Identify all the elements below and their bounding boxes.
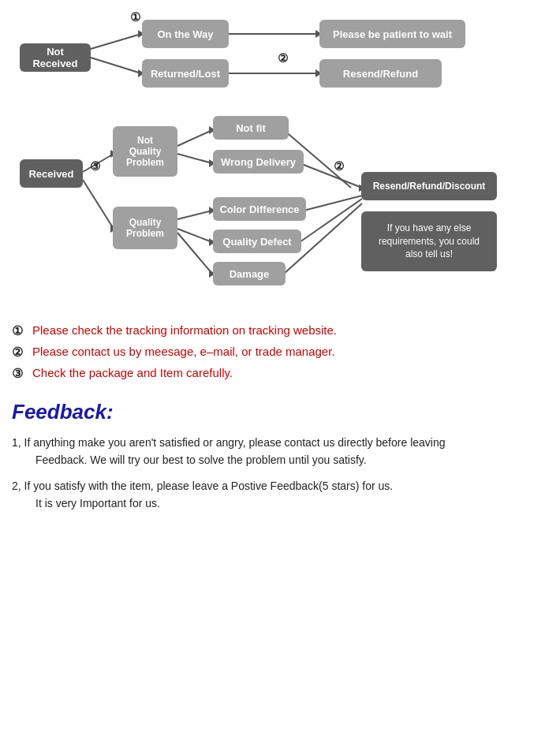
box-received: Received <box>20 159 83 188</box>
feedback-item-2-main: 2, If you satisfy with the item, please … <box>12 477 548 495</box>
instruction-num-2: ② <box>12 345 29 360</box>
box-returned-lost: Returned/Lost <box>142 59 229 88</box>
box-damage: Damage <box>213 262 286 286</box>
box-not-received: Not Received <box>20 43 91 72</box>
instruction-1: ① Please check the tracking information … <box>12 323 548 338</box>
svg-line-18 <box>177 229 212 242</box>
feedback-title: Feedback: <box>12 400 548 424</box>
box-quality-problem: Quality Problem <box>113 207 177 249</box>
box-on-the-way: On the Way <box>142 20 229 48</box>
label-num3: ③ <box>90 159 100 174</box>
box-wrong-delivery: Wrong Delivery <box>213 150 304 174</box>
feedback-item-1-indent: Feedback. We will try our best to solve … <box>35 451 548 468</box>
feedback-item-2-indent: It is very Important for us. <box>35 495 548 512</box>
svg-line-0 <box>91 34 141 49</box>
instruction-3: ③ Check the package and Item carefully. <box>12 366 548 381</box>
box-if-you-have: If you have any else requirements, you c… <box>361 211 497 271</box>
feedback-section: Feedback: 1, If anything make you aren't… <box>12 400 548 513</box>
label-num2-top: ② <box>278 51 288 65</box>
instruction-2: ② Please contact us by meesage, e–mail, … <box>12 345 548 360</box>
svg-line-25 <box>300 199 362 242</box>
box-patient-wait: Please be patient to wait <box>319 20 465 48</box>
instruction-text-1: Please check the tracking information on… <box>32 323 337 337</box>
box-color-difference: Color Difference <box>213 197 306 221</box>
label-num1: ① <box>130 10 140 24</box>
instruction-num-3: ③ <box>12 366 29 381</box>
svg-line-24 <box>304 196 362 211</box>
feedback-item-1-main: 1, If anything make you aren't satisfied… <box>12 434 548 451</box>
instruction-text-2: Please contact us by meesage, e–mail, or… <box>32 345 335 358</box>
instructions-section: ① Please check the tracking information … <box>12 323 548 381</box>
svg-line-16 <box>177 211 212 219</box>
box-resend-refund-discount: Resend/Refund/Discount <box>361 172 497 200</box>
svg-line-14 <box>177 154 212 163</box>
box-not-fit: Not fit <box>213 116 289 140</box>
box-not-quality: Not Quality Problem <box>113 126 177 177</box>
flowchart: Not Received On the Way Returned/Lost Pl… <box>12 8 548 315</box>
svg-line-23 <box>300 163 362 188</box>
svg-line-2 <box>91 58 141 73</box>
instruction-text-3: Check the package and Item carefully. <box>32 366 233 379</box>
svg-line-12 <box>177 130 212 146</box>
svg-line-10 <box>83 180 114 229</box>
feedback-item-2: 2, If you satisfy with the item, please … <box>12 477 548 513</box>
box-resend-refund-1: Resend/Refund <box>319 59 442 88</box>
instruction-num-1: ① <box>12 323 29 338</box>
box-quality-defect: Quality Defect <box>213 230 301 253</box>
feedback-item-1: 1, If anything make you aren't satisfied… <box>12 434 548 469</box>
label-num2-mid: ② <box>334 159 344 174</box>
svg-line-20 <box>177 233 212 274</box>
